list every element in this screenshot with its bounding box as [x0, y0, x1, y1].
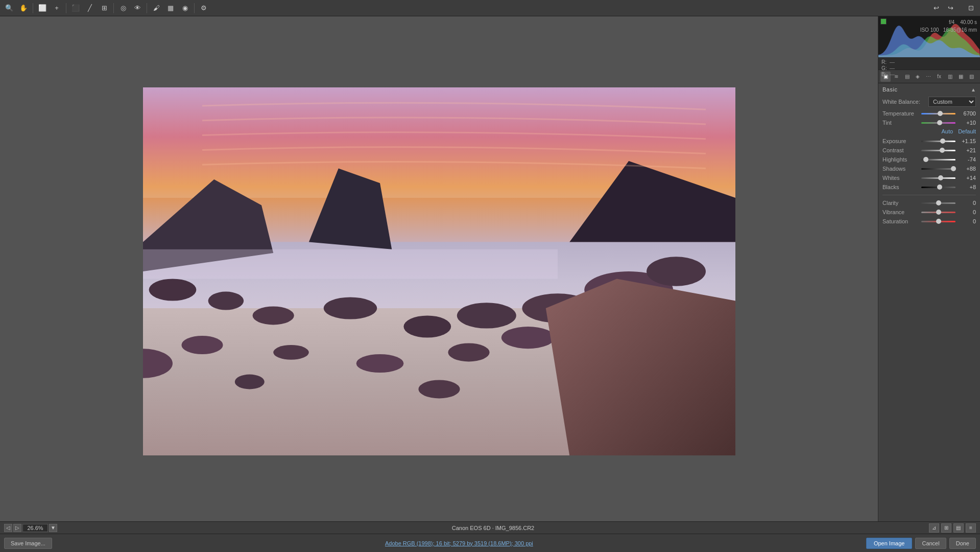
- contrast-row: Contrast +21: [882, 147, 976, 154]
- blacks-track-container: [921, 183, 955, 191]
- cancel-button[interactable]: Cancel: [915, 538, 946, 549]
- saturation-row: Saturation 0: [882, 218, 976, 225]
- focal-length: 16-35@16 mm: [943, 27, 977, 33]
- aperture-shutter: f/4 40.00 s: [920, 18, 977, 26]
- blacks-row: Blacks +8: [882, 183, 976, 191]
- separator-2: [66, 3, 66, 13]
- action-bar: Save Image... Adobe RGB (1998); 16 bit; …: [0, 534, 980, 552]
- auto-default-row: Auto Default: [882, 128, 976, 134]
- tint-row: Tint +10: [882, 119, 976, 126]
- whites-label: Whites: [882, 175, 919, 181]
- crop-tool[interactable]: ⬛: [69, 2, 82, 14]
- g-label: G:: [881, 65, 888, 71]
- whites-track-container: [921, 174, 955, 181]
- auto-button[interactable]: Auto: [942, 128, 953, 134]
- white-balance-select[interactable]: As Shot Auto Daylight Cloudy Shade Tungs…: [928, 97, 976, 107]
- zoom-controls: ◁ ▷ 26.6% ▼: [4, 524, 57, 532]
- b-value: —: [890, 72, 895, 77]
- saturation-label: Saturation: [882, 218, 919, 224]
- hand-tool[interactable]: ✋: [17, 2, 30, 14]
- filename-label: Canon EOS 6D · IMG_9856.CR2: [452, 525, 534, 531]
- done-button[interactable]: Done: [949, 538, 976, 549]
- file-info-link[interactable]: Adobe RGB (1998); 16 bit; 5279 by 3519 (…: [385, 540, 533, 546]
- blacks-label: Blacks: [882, 184, 919, 190]
- zoom-in-button[interactable]: ▷: [13, 524, 21, 532]
- color-sampler[interactable]: +: [51, 2, 63, 14]
- shadows-label: Shadows: [882, 166, 919, 172]
- camera-info: f/4 40.00 s ISO 100 16-35@16 mm: [920, 18, 977, 34]
- photo-container: [143, 87, 735, 455]
- sort-icon[interactable]: ≡: [966, 523, 976, 533]
- status-left: ◁ ▷ 26.6% ▼: [4, 524, 57, 532]
- zoom-dropdown-button[interactable]: ▼: [49, 524, 57, 532]
- zoom-display[interactable]: 26.6%: [22, 524, 48, 532]
- highlights-row: Highlights -74: [882, 156, 976, 163]
- iso: ISO 100: [920, 27, 939, 33]
- status-right: ⊿ ⊞ ▤ ≡: [929, 523, 976, 533]
- photo-canvas[interactable]: [143, 87, 735, 455]
- expand-button[interactable]: ⊡: [965, 2, 977, 14]
- separator-5: [194, 3, 195, 13]
- section-divider-1: [882, 195, 976, 195]
- exposure-track-container: [921, 137, 955, 145]
- white-balance-tool[interactable]: ⬜: [36, 2, 49, 14]
- highlights-track-container: [921, 156, 955, 163]
- clarity-track-container: [921, 199, 955, 206]
- default-button[interactable]: Default: [958, 128, 976, 134]
- saturation-value: 0: [958, 218, 976, 224]
- zoom-tool[interactable]: 🔍: [3, 2, 15, 14]
- status-center: Canon EOS 6D · IMG_9856.CR2: [452, 525, 534, 531]
- spot-removal-tool[interactable]: ◎: [117, 2, 129, 14]
- highlights-value: -74: [958, 156, 976, 163]
- vibrance-track-container: [921, 209, 955, 216]
- clarity-value: 0: [958, 200, 976, 206]
- g-value: —: [890, 65, 895, 71]
- vibrance-label: Vibrance: [882, 209, 919, 215]
- shadows-track-container: [921, 165, 955, 172]
- clarity-row: Clarity 0: [882, 199, 976, 206]
- filmstrip-icon[interactable]: ▤: [953, 523, 964, 533]
- vibrance-row: Vibrance 0: [882, 209, 976, 216]
- panel-title: Basic: [882, 86, 897, 93]
- temperature-label: Temperature: [882, 110, 919, 117]
- redo-button[interactable]: ↪: [944, 2, 957, 14]
- undo-button[interactable]: ↩: [930, 2, 942, 14]
- exposure-row: Exposure +1.15: [882, 137, 976, 145]
- straighten-tool[interactable]: ╱: [84, 2, 96, 14]
- red-eye-tool[interactable]: 👁: [131, 2, 144, 14]
- zoom-out-button[interactable]: ◁: [4, 524, 12, 532]
- r-row: R: —: [881, 59, 977, 65]
- radial-filter-tool[interactable]: ◉: [179, 2, 191, 14]
- gradient-filter-tool[interactable]: ▦: [164, 2, 177, 14]
- adjustment-brush-tool[interactable]: 🖌: [150, 2, 162, 14]
- wb-label: White Balance:: [882, 99, 928, 105]
- contrast-track-container: [921, 147, 955, 154]
- canvas-area: [0, 16, 878, 521]
- status-bar: ◁ ▷ 26.6% ▼ Canon EOS 6D · IMG_9856.CR2 …: [0, 521, 980, 534]
- action-right-buttons: Open Image Cancel Done: [866, 538, 976, 549]
- panel-collapse-arrow[interactable]: ▲: [971, 87, 976, 93]
- open-image-button[interactable]: Open Image: [866, 538, 913, 549]
- separator-4: [147, 3, 147, 13]
- histogram-area: R: — G: — B: — f/4 40.00 s: [878, 16, 980, 70]
- grid-view-icon[interactable]: ⊞: [941, 523, 951, 533]
- rgb-info: R: — G: — B: —: [878, 58, 980, 78]
- whites-value: +14: [958, 175, 976, 181]
- save-image-button[interactable]: Save Image...: [4, 538, 52, 549]
- toolbar: 🔍 ✋ ⬜ + ⬛ ╱ ⊞ ◎ 👁 🖌 ▦ ◉ ⚙ ↩ ↪ ⊡: [0, 0, 980, 16]
- highlights-label: Highlights: [882, 156, 919, 163]
- exposure-label: Exposure: [882, 138, 919, 144]
- exposure-value: +1.15: [958, 138, 976, 144]
- preferences-tool[interactable]: ⚙: [198, 2, 210, 14]
- transform-tool[interactable]: ⊞: [98, 2, 110, 14]
- r-value: —: [890, 59, 895, 65]
- separator-3: [113, 3, 114, 13]
- histogram-clip-indicator[interactable]: [880, 18, 887, 25]
- tint-label: Tint: [882, 120, 919, 126]
- separator-1: [33, 3, 33, 13]
- tint-track-container: [921, 119, 955, 126]
- saturation-track-container: [921, 218, 955, 225]
- filter-icon[interactable]: ⊿: [929, 523, 939, 533]
- vibrance-value: 0: [958, 209, 976, 215]
- contrast-label: Contrast: [882, 147, 919, 153]
